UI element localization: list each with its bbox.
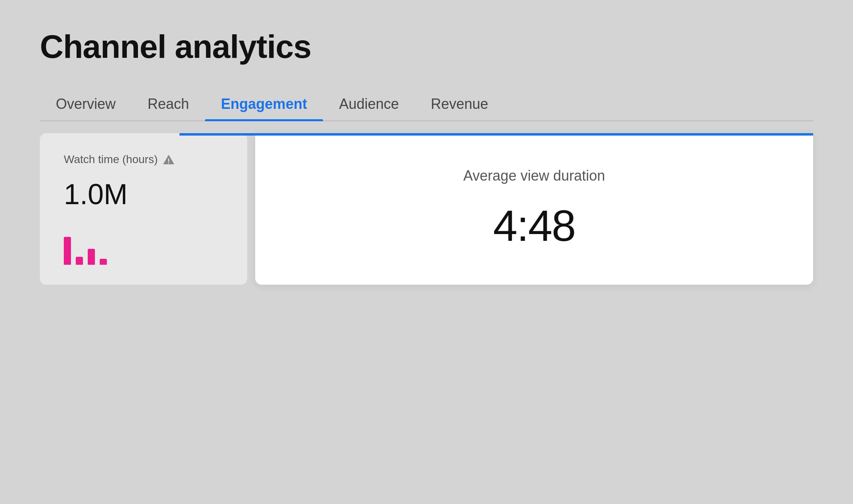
page-title: Channel analytics bbox=[40, 28, 813, 65]
watch-time-value: 1.0M bbox=[64, 178, 223, 211]
warning-icon: ! bbox=[162, 153, 175, 166]
tab-audience[interactable]: Audience bbox=[323, 89, 415, 120]
avg-duration-card: Average view duration 4:48 bbox=[255, 133, 813, 285]
chart-bar-3 bbox=[88, 249, 95, 265]
watch-time-card: Watch time (hours) ! 1.0M bbox=[40, 133, 247, 285]
chart-bar-1 bbox=[64, 237, 71, 265]
card-section: Watch time (hours) ! 1.0M bbox=[40, 133, 813, 285]
tabs-container: Overview Reach Engagement Audience Reven… bbox=[40, 89, 813, 121]
watch-time-chart bbox=[64, 217, 223, 265]
page-container: Channel analytics Overview Reach Engagem… bbox=[0, 0, 853, 504]
svg-text:!: ! bbox=[168, 158, 170, 165]
watch-time-label-container: Watch time (hours) ! bbox=[64, 153, 223, 166]
tab-reach[interactable]: Reach bbox=[132, 89, 205, 120]
tab-engagement[interactable]: Engagement bbox=[205, 89, 323, 120]
chart-bar-2 bbox=[76, 257, 83, 265]
chart-bar-4 bbox=[100, 259, 107, 265]
avg-duration-value: 4:48 bbox=[493, 200, 575, 251]
tab-revenue[interactable]: Revenue bbox=[415, 89, 504, 120]
cards-row: Watch time (hours) ! 1.0M bbox=[40, 133, 813, 285]
avg-duration-label: Average view duration bbox=[463, 167, 605, 184]
card-section-border-line bbox=[179, 133, 813, 136]
tab-overview[interactable]: Overview bbox=[40, 89, 132, 120]
watch-time-label-text: Watch time (hours) bbox=[64, 153, 158, 166]
